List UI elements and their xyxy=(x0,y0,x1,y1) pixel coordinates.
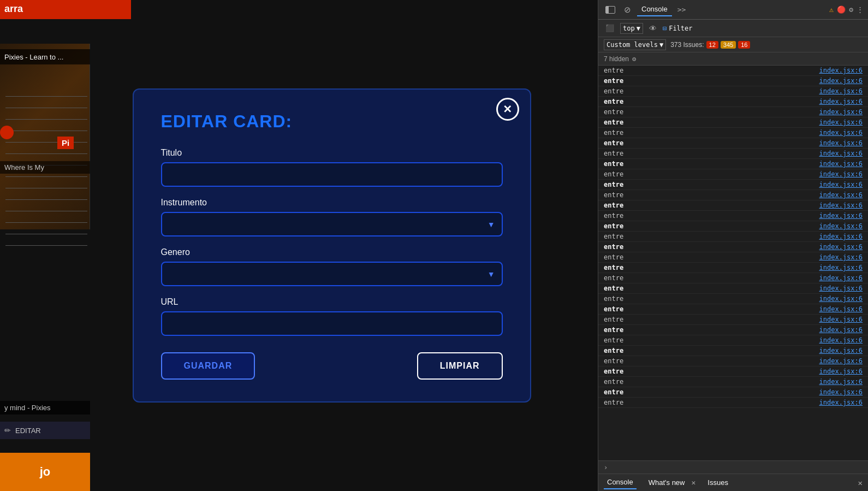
log-row[interactable]: entreindex.jsx:6 xyxy=(598,356,868,366)
log-link[interactable]: index.jsx:6 xyxy=(819,129,868,137)
log-row[interactable]: entreindex.jsx:6 xyxy=(598,190,868,200)
hidden-settings-icon[interactable]: ⚙ xyxy=(632,55,636,63)
log-link[interactable]: index.jsx:6 xyxy=(819,212,868,220)
limpiar-button[interactable]: LIMPIAR xyxy=(417,352,503,380)
log-link[interactable]: index.jsx:6 xyxy=(819,119,868,126)
log-link[interactable]: index.jsx:6 xyxy=(819,336,868,344)
log-row[interactable]: entreindex.jsx:6 xyxy=(598,211,868,221)
log-row[interactable]: entreindex.jsx:6 xyxy=(598,366,868,377)
kebab-menu-icon[interactable]: ⋮ xyxy=(857,5,864,14)
log-link[interactable]: index.jsx:6 xyxy=(819,388,868,396)
log-link[interactable]: index.jsx:6 xyxy=(819,274,868,282)
log-link[interactable]: index.jsx:6 xyxy=(819,357,868,365)
log-link[interactable]: index.jsx:6 xyxy=(819,243,868,251)
log-row[interactable]: entreindex.jsx:6 xyxy=(598,377,868,387)
devtools-prohibit-button[interactable]: ⊘ xyxy=(621,3,634,16)
log-row[interactable]: entreindex.jsx:6 xyxy=(598,398,868,408)
log-row[interactable]: entreindex.jsx:6 xyxy=(598,107,868,117)
log-link[interactable]: index.jsx:6 xyxy=(819,316,868,323)
devtools-sidebar-toggle[interactable] xyxy=(603,4,618,15)
log-row[interactable]: entreindex.jsx:6 xyxy=(598,335,868,346)
log-link[interactable]: index.jsx:6 xyxy=(819,191,868,199)
devtools-pin-button[interactable]: ⬛ xyxy=(603,22,617,34)
log-row[interactable]: entreindex.jsx:6 xyxy=(598,86,868,97)
top-level-selector[interactable]: top ▼ xyxy=(620,23,643,34)
modal-buttons: GUARDAR LIMPIAR xyxy=(161,352,503,380)
log-row[interactable]: entreindex.jsx:6 xyxy=(598,138,868,149)
log-link[interactable]: index.jsx:6 xyxy=(819,150,868,157)
log-link[interactable]: index.jsx:6 xyxy=(819,160,868,168)
log-link[interactable]: index.jsx:6 xyxy=(819,139,868,147)
log-text: entre xyxy=(598,160,819,168)
log-row[interactable]: entreindex.jsx:6 xyxy=(598,273,868,283)
custom-levels-selector[interactable]: Custom levels ▼ xyxy=(604,39,666,50)
guitar-image xyxy=(0,44,90,229)
log-link[interactable]: index.jsx:6 xyxy=(819,264,868,271)
log-row[interactable]: entreindex.jsx:6 xyxy=(598,263,868,273)
more-tabs-button[interactable]: >> xyxy=(675,3,688,16)
log-link[interactable]: index.jsx:6 xyxy=(819,368,868,375)
guardar-button[interactable]: GUARDAR xyxy=(161,352,255,380)
footer-tab-console[interactable]: Console xyxy=(604,476,637,489)
log-row[interactable]: entreindex.jsx:6 xyxy=(598,252,868,263)
close-devtools-icon[interactable]: ✕ xyxy=(858,478,863,487)
footer-tab-issues[interactable]: Issues xyxy=(704,476,732,489)
log-row[interactable]: entreindex.jsx:6 xyxy=(598,159,868,169)
close-button[interactable]: ✕ xyxy=(496,98,519,121)
log-link[interactable]: index.jsx:6 xyxy=(819,202,868,209)
log-row[interactable]: entreindex.jsx:6 xyxy=(598,232,868,242)
tab-console[interactable]: Console xyxy=(637,3,672,16)
log-row[interactable]: entreindex.jsx:6 xyxy=(598,325,868,335)
log-text: entre xyxy=(598,67,819,74)
whats-new-close-icon[interactable]: ✕ xyxy=(692,478,696,487)
titulo-input[interactable] xyxy=(161,162,503,187)
log-row[interactable]: entreindex.jsx:6 xyxy=(598,387,868,398)
log-row[interactable]: entreindex.jsx:6 xyxy=(598,76,868,86)
expand-icon[interactable]: › xyxy=(603,464,608,471)
custom-levels-label: Custom levels xyxy=(607,41,658,49)
log-link[interactable]: index.jsx:6 xyxy=(819,222,868,230)
log-link[interactable]: index.jsx:6 xyxy=(819,181,868,188)
devtools-log-area[interactable]: entreindex.jsx:6entreindex.jsx:6entreind… xyxy=(598,66,868,460)
log-link[interactable]: index.jsx:6 xyxy=(819,67,868,74)
log-link[interactable]: index.jsx:6 xyxy=(819,108,868,116)
log-row[interactable]: entreindex.jsx:6 xyxy=(598,149,868,159)
log-link[interactable]: index.jsx:6 xyxy=(819,295,868,303)
url-input[interactable] xyxy=(161,311,503,336)
log-link[interactable]: index.jsx:6 xyxy=(819,378,868,386)
log-row[interactable]: entreindex.jsx:6 xyxy=(598,66,868,76)
devtools-eye-button[interactable]: 👁 xyxy=(646,22,659,34)
log-row[interactable]: entreindex.jsx:6 xyxy=(598,200,868,211)
settings-icon[interactable]: ⚙ xyxy=(849,5,853,14)
app-background: arra Pixies - Learn to ... Pi Where Is M… xyxy=(0,0,598,491)
orange-bar-text: jo xyxy=(40,465,51,479)
log-text: entre xyxy=(598,357,819,365)
log-row[interactable]: entreindex.jsx:6 xyxy=(598,169,868,180)
log-row[interactable]: entreindex.jsx:6 xyxy=(598,221,868,232)
instrumento-select[interactable]: Guitarra Piano Bajo xyxy=(161,212,503,236)
log-row[interactable]: entreindex.jsx:6 xyxy=(598,315,868,325)
footer-tab-whats-new[interactable]: What's new xyxy=(645,476,688,489)
log-link[interactable]: index.jsx:6 xyxy=(819,399,868,406)
log-row[interactable]: entreindex.jsx:6 xyxy=(598,97,868,107)
log-link[interactable]: index.jsx:6 xyxy=(819,87,868,95)
log-row[interactable]: entreindex.jsx:6 xyxy=(598,117,868,128)
log-link[interactable]: index.jsx:6 xyxy=(819,253,868,261)
log-link[interactable]: index.jsx:6 xyxy=(819,347,868,354)
log-row[interactable]: entreindex.jsx:6 xyxy=(598,242,868,252)
log-link[interactable]: index.jsx:6 xyxy=(819,233,868,240)
log-link[interactable]: index.jsx:6 xyxy=(819,326,868,334)
log-link[interactable]: index.jsx:6 xyxy=(819,98,868,105)
log-row[interactable]: entreindex.jsx:6 xyxy=(598,128,868,138)
log-text: entre xyxy=(598,233,819,240)
log-link[interactable]: index.jsx:6 xyxy=(819,285,868,292)
genero-select[interactable]: Rock Pop Jazz xyxy=(161,262,503,286)
log-link[interactable]: index.jsx:6 xyxy=(819,170,868,178)
log-link[interactable]: index.jsx:6 xyxy=(819,77,868,85)
log-link[interactable]: index.jsx:6 xyxy=(819,305,868,313)
log-row[interactable]: entreindex.jsx:6 xyxy=(598,346,868,356)
log-row[interactable]: entreindex.jsx:6 xyxy=(598,304,868,315)
log-row[interactable]: entreindex.jsx:6 xyxy=(598,180,868,190)
log-row[interactable]: entreindex.jsx:6 xyxy=(598,294,868,304)
log-row[interactable]: entreindex.jsx:6 xyxy=(598,283,868,294)
